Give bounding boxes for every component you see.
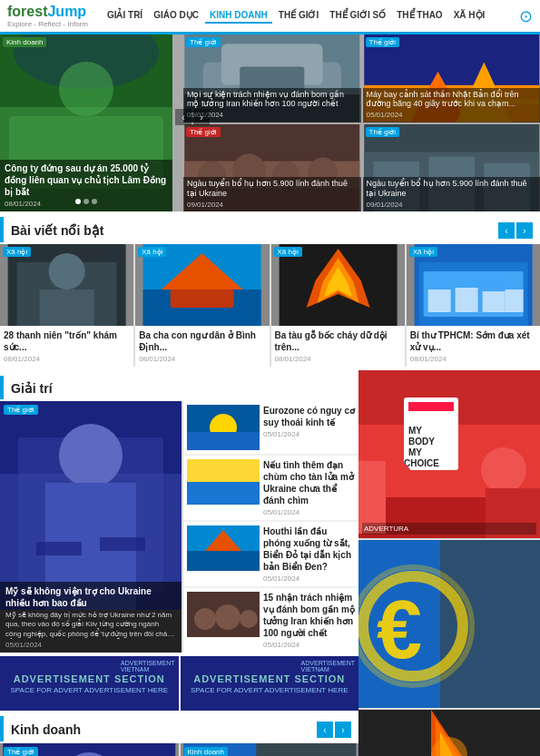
svg-rect-78 [408, 402, 454, 411]
feat-cat-2: Xã hội [274, 247, 302, 257]
giai-tri-section: Giải trí Thế giới [0, 376, 358, 711]
kd-cat-0: Thế giới [4, 747, 38, 756]
feat-title-3: Bí thư TPHCM: Sớm đưa xét xử vụ... [410, 329, 536, 353]
hero-nav [75, 199, 97, 204]
kd-img-0: Thế giới [0, 743, 179, 756]
nav-xa-hoi[interactable]: XÃ HỘI [449, 8, 490, 24]
svg-rect-55 [187, 432, 260, 450]
giai-item-img-1 [187, 459, 260, 505]
hero-dot-3[interactable] [92, 199, 97, 204]
nav-kinh-doanh[interactable]: KINH DOANH [205, 8, 272, 24]
svg-rect-34 [171, 290, 234, 308]
kd-card-1[interactable]: € Kinh doanh Eurozone có nguy cơ suy tho… [181, 743, 359, 756]
kinh-doanh-grid: Thế giới Mỹ sẽ không viện trợ cho Ukrain… [0, 743, 358, 756]
feat-card-2[interactable]: Xã hội Ba tàu gỗ bốc cháy dữ dội trên...… [271, 244, 405, 367]
kd-card-0[interactable]: Thế giới Mỹ sẽ không viện trợ cho Ukrain… [0, 743, 179, 756]
logo-text: forestJump [7, 4, 88, 20]
svg-rect-88 [440, 540, 540, 708]
feat-title-1: Ba cha con ngư dân ở Bình Định... [139, 329, 265, 353]
hero-cell-2-category: Thế giới [186, 127, 221, 137]
nav-the-gioi-so[interactable]: THỂ GIỚI SỐ [325, 8, 390, 24]
giai-main-date: 05/01/2024 [5, 641, 176, 649]
giai-item-3[interactable]: 15 nhận trách nhiệm vụ đánh bom gần mộ t… [183, 588, 358, 653]
svg-rect-57 [187, 459, 260, 482]
nav-the-gioi[interactable]: THẾ GIỚI [274, 8, 323, 24]
giai-item-0[interactable]: Eurozone có nguy cơ suy thoái kinh tế 05… [183, 401, 358, 454]
kinh-doanh-nav: ‹ › [317, 722, 351, 738]
giai-main-category: Thế giới [4, 405, 38, 415]
feat-img-3: Xã hội [407, 244, 540, 326]
hero-cell-3-category: Thế giới [366, 127, 400, 137]
ad-tag-2: ADVERTISEMENTVIETNAM [301, 660, 355, 707]
content-row: Giải trí Thế giới [0, 370, 540, 756]
giai-main-image[interactable]: Thế giới Mỹ sẽ không viện trợ cho Ukrain… [0, 401, 182, 653]
giai-item-2[interactable]: Houthi lần đầu phóng xuống từ sắt, Biển … [183, 522, 358, 586]
svg-rect-71 [256, 743, 356, 756]
featured-header: Bài viết nổi bật ‹ › [0, 217, 540, 242]
giai-item-img-2 [187, 525, 260, 571]
sidebar-img-fire[interactable] [358, 710, 540, 756]
giai-item-title-1: Nếu tình thêm đạn chùm cho tàn lửa mở Uk… [263, 459, 355, 506]
nav-giao-duc[interactable]: GIÁO DỤC [149, 8, 203, 24]
kinh-doanh-title: Kinh doanh [11, 722, 81, 737]
featured-next-button[interactable]: › [516, 222, 533, 239]
svg-point-29 [49, 253, 85, 290]
hero-main-category: Kinh doanh [3, 37, 46, 47]
feat-content-0: 28 thanh niên "trốn" khám sức... 08/01/2… [0, 326, 133, 367]
kinh-doanh-prev-button[interactable]: ‹ [317, 722, 333, 738]
hero-cell-3[interactable]: Thế giới Ngàu tuyển bổ hụ hơn 5.900 lính… [363, 124, 541, 212]
hero-section: Kinh doanh Công ty đứng sau dự án 25.000… [0, 34, 540, 211]
hero-prev-button[interactable]: ‹ [175, 109, 191, 125]
giai-main-desc: Mỹ sẽ không đây trị mức hỗ trợ Ukraine n… [5, 611, 176, 639]
ad-tag-1: ADVERTISEMENTVIETNAM [121, 660, 174, 707]
feat-date-0: 08/01/2024 [4, 355, 130, 363]
hero-next-button[interactable]: › [193, 109, 210, 125]
settings-icon[interactable]: ⊙ [519, 6, 533, 26]
ad-block-1[interactable]: ADVERTISEMENT SECTION SPACE FOR ADVERT A… [0, 656, 179, 711]
giai-tri-header: Giải trí [0, 376, 358, 399]
nav-giai-tri[interactable]: GIẢI TRÍ [103, 8, 147, 24]
kd-cat-1: Kinh doanh [184, 747, 228, 756]
hero-cell-1-caption: Máy bay cảnh sát thần Nhật Bản đổi trên … [363, 88, 541, 123]
svg-point-49 [59, 424, 123, 487]
feat-date-2: 08/01/2024 [275, 355, 401, 363]
svg-point-64 [215, 604, 241, 630]
sidebar-img-euro[interactable]: € [358, 540, 540, 708]
svg-rect-58 [187, 482, 260, 505]
kinh-doanh-next-button[interactable]: › [335, 722, 351, 738]
kinh-doanh-header: Kinh doanh ‹ › [0, 716, 358, 741]
giai-item-text-2: Houthi lần đầu phóng xuống từ sắt, Biển … [263, 525, 355, 583]
nav-the-thao[interactable]: THỂ THAO [392, 8, 447, 24]
svg-rect-51 [36, 542, 82, 555]
hero-arrows: ‹ › [175, 109, 210, 125]
kd-img-1: € Kinh doanh [181, 743, 359, 756]
giai-item-img-3 [187, 592, 260, 637]
hero-cell-1-title: Máy bay cảnh sát thần Nhật Bản đổi trên … [367, 90, 537, 110]
featured-nav: ‹ › [498, 222, 533, 239]
hero-cell-1[interactable]: Thế giới Máy bay cảnh sát thần Nhật Bản … [363, 34, 541, 123]
hero-cell-0-category: Thế giới [186, 37, 221, 47]
logo[interactable]: forestJump Explore - Reflect - Inform [7, 4, 88, 28]
sidebar-img-protest[interactable]: MY BODY MY CHOICE ADVERTURA [358, 370, 540, 538]
giai-tri-title: Giải trí [11, 381, 53, 396]
giai-item-1[interactable]: Nếu tình thêm đạn chùm cho tàn lửa mở Uk… [183, 456, 358, 520]
giai-item-text-3: 15 nhận trách nhiệm vụ đánh bom gần mộ t… [263, 592, 355, 649]
hero-dot-2[interactable] [83, 199, 89, 204]
feat-card-0[interactable]: Xã hội 28 thanh niên "trốn" khám sức... … [0, 244, 133, 367]
feat-content-1: Ba cha con ngư dân ở Bình Định... 08/01/… [135, 326, 269, 367]
ad-row: ADVERTISEMENT SECTION SPACE FOR ADVERT A… [0, 656, 358, 711]
hero-cell-2[interactable]: Thế giới Ngàu tuyển bổ hụ hơn 5.900 lính… [183, 124, 361, 212]
hero-cell-0[interactable]: Thế giới Mọi sự kiện trách nhiệm vụ đánh… [183, 34, 361, 123]
svg-rect-30 [40, 290, 94, 326]
featured-prev-button[interactable]: ‹ [498, 222, 515, 239]
hero-main[interactable]: Kinh doanh Công ty đứng sau dự án 25.000… [0, 34, 172, 211]
hero-dot-1[interactable] [75, 199, 81, 204]
feat-card-3[interactable]: Xã hội Bí thư TPHCM: Sớm đưa xét xử vụ..… [407, 244, 540, 367]
giai-item-date-1: 05/01/2024 [263, 508, 355, 516]
feat-card-1[interactable]: Xã hội Ba cha con ngư dân ở Bình Định...… [135, 244, 269, 367]
svg-text:CHOICE: CHOICE [404, 458, 439, 468]
giai-main-title: Mỹ sẽ không viện trợ cho Ukraine nhiều h… [5, 585, 176, 609]
featured-section: Bài viết nổi bật ‹ › Xã hội [0, 217, 540, 367]
ad-block-2[interactable]: ADVERTISEMENT SECTION SPACE FOR ADVERT A… [181, 656, 359, 711]
hero-cell-1-date: 05/01/2024 [367, 111, 537, 120]
